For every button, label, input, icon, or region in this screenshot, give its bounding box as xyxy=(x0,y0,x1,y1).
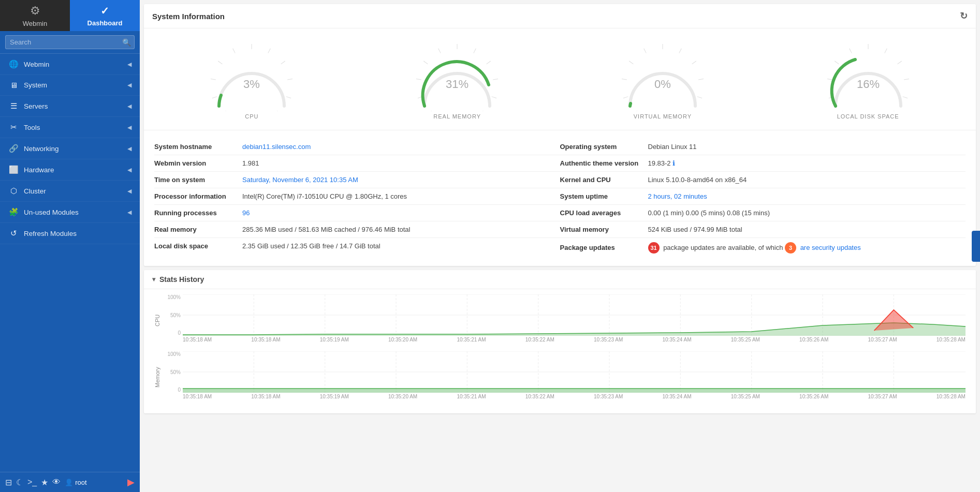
chevron-left-icon: ◀ xyxy=(127,82,131,88)
processes-label: Running processes xyxy=(154,209,237,217)
refresh-button[interactable]: ↻ xyxy=(960,10,968,22)
search-input[interactable] xyxy=(5,35,135,49)
mem-x-8: 10:35:25 AM xyxy=(731,394,760,399)
chevron-left-icon: ◀ xyxy=(127,103,131,110)
time-link[interactable]: Saturday, November 6, 2021 10:35 AM xyxy=(242,176,358,184)
webmin-label: Webmin xyxy=(23,20,47,27)
real-memory-label: Real memory xyxy=(154,226,237,233)
time-row: Time on system Saturday, November 6, 202… xyxy=(154,172,560,188)
svg-line-20 xyxy=(493,79,498,80)
sidebar-item-hardware[interactable]: ⬜ Hardware ◀ xyxy=(0,159,140,181)
sidebar-item-cluster-label: Cluster xyxy=(24,187,46,195)
mem-x-2: 10:35:19 AM xyxy=(320,394,349,399)
sidebar-item-system[interactable]: 🖥 System ◀ xyxy=(0,75,140,96)
kernel-value: Linux 5.10.0-8-amd64 on x86_64 xyxy=(648,176,747,184)
virtual-memory-gauge-label: VIRTUAL MEMORY xyxy=(634,113,692,120)
svg-line-39 xyxy=(835,61,839,64)
svg-line-34 xyxy=(688,111,692,111)
chevron-left-icon: ◀ xyxy=(127,167,131,173)
svg-line-31 xyxy=(692,61,696,64)
svg-line-44 xyxy=(904,79,909,80)
svg-line-46 xyxy=(894,111,897,111)
load-value: 0.00 (1 min) 0.00 (5 mins) 0.08 (15 mins… xyxy=(648,209,770,217)
cpu-x-3: 10:35:20 AM xyxy=(388,337,417,342)
terminal-icon[interactable]: >_ xyxy=(27,478,37,487)
uptime-link[interactable]: 2 hours, 02 minutes xyxy=(648,192,707,200)
processes-value: 96 xyxy=(242,209,250,217)
info-col-right: Operating system Debian Linux 11 Authent… xyxy=(560,139,966,258)
virtual-memory-gauge: 0% VIRTUAL MEMORY xyxy=(572,39,753,120)
disk-space-value: 2.35 GiB used / 12.35 GiB free / 14.7 Gi… xyxy=(242,242,381,250)
memory-x-axis: 10:35:18 AM 10:35:18 AM 10:35:19 AM 10:3… xyxy=(165,394,966,399)
hostname-label: System hostname xyxy=(154,143,237,151)
cpu-y-0: 0 xyxy=(165,330,181,336)
cpu-x-6: 10:35:23 AM xyxy=(594,337,623,342)
sidebar-item-networking[interactable]: 🔗 Networking ◀ xyxy=(0,138,140,159)
chevron-left-icon: ◀ xyxy=(127,209,131,216)
stats-history-header[interactable]: ▾ Stats History xyxy=(144,270,976,289)
theme-row: Authentic theme version 19.83-2 ℹ xyxy=(560,155,966,172)
sidebar-item-webmin[interactable]: 🌐 Webmin ◀ xyxy=(0,54,140,75)
uptime-row: System uptime 2 hours, 02 minutes xyxy=(560,188,966,205)
kernel-label: Kernel and CPU xyxy=(560,176,643,184)
cpu-gauge-svg: 3% xyxy=(205,39,298,111)
info-col-left: System hostname debian11.silensec.com We… xyxy=(154,139,560,258)
eye-icon[interactable]: 👁 xyxy=(52,478,61,487)
refresh-icon: ↺ xyxy=(8,229,19,238)
dashboard-icon: ✓ xyxy=(100,5,109,17)
gauges-row: 3% CPU xyxy=(144,28,976,130)
system-info-title: System Information xyxy=(152,12,225,21)
system-info-card: System Information ↻ xyxy=(144,4,976,266)
processor-value: Intel(R) Core(TM) i7-10510U CPU @ 1.80GH… xyxy=(242,192,407,200)
webmin-version-value: 1.981 xyxy=(242,159,259,167)
cpu-x-4: 10:35:21 AM xyxy=(457,337,486,342)
favorites-icon[interactable]: ★ xyxy=(41,478,48,487)
chevron-left-icon: ◀ xyxy=(127,188,131,195)
memory-chart-ylabel: Memory xyxy=(154,351,165,403)
svg-text:0%: 0% xyxy=(654,78,671,91)
svg-marker-76 xyxy=(183,389,966,393)
sidebar-item-servers[interactable]: ☰ Servers ◀ xyxy=(0,96,140,117)
security-count-badge: 3 xyxy=(785,242,796,254)
chevron-left-icon: ◀ xyxy=(127,145,131,152)
toggle-icon[interactable]: ⊟ xyxy=(5,478,12,487)
svg-line-30 xyxy=(679,49,682,53)
sidebar-item-tools[interactable]: ✂ Tools ◀ xyxy=(0,117,140,138)
svg-line-9 xyxy=(286,97,291,98)
svg-text:31%: 31% xyxy=(446,78,469,91)
info-icon[interactable]: ℹ xyxy=(672,159,675,167)
logout-icon[interactable]: ▶ xyxy=(127,476,135,488)
svg-line-45 xyxy=(902,97,908,98)
mem-y-0: 0 xyxy=(165,387,181,393)
security-updates-link[interactable]: are security updates xyxy=(800,244,861,251)
processes-link[interactable]: 96 xyxy=(242,209,250,217)
sidebar-item-tools-label: Tools xyxy=(24,124,40,131)
night-mode-icon[interactable]: ☾ xyxy=(16,478,23,487)
side-tab[interactable] xyxy=(972,231,980,262)
sidebar-item-hardware-label: Hardware xyxy=(24,166,54,174)
os-label: Operating system xyxy=(560,143,643,151)
svg-line-12 xyxy=(428,111,432,111)
svg-line-2 xyxy=(211,79,216,80)
sidebar-item-refresh-modules[interactable]: ↺ Refresh Modules xyxy=(0,223,140,244)
sidebar-item-unused-modules[interactable]: 🧩 Un-used Modules ◀ xyxy=(0,202,140,223)
hostname-value[interactable]: debian11.silensec.com xyxy=(242,143,311,151)
svg-line-43 xyxy=(897,61,901,64)
uptime-value: 2 hours, 02 minutes xyxy=(648,192,707,200)
processor-label: Processor information xyxy=(154,192,237,200)
sidebar-header: ⚙ Webmin ✓ Dashboard xyxy=(0,0,140,31)
cpu-x-10: 10:35:27 AM xyxy=(868,337,897,342)
svg-line-26 xyxy=(622,79,627,80)
svg-line-21 xyxy=(492,97,497,98)
package-count-badge: 31 xyxy=(648,242,660,254)
virtual-memory-value: 524 KiB used / 974.99 MiB total xyxy=(648,226,742,233)
sidebar-item-cluster[interactable]: ⬡ Cluster ◀ xyxy=(0,181,140,202)
dashboard-nav[interactable]: ✓ Dashboard xyxy=(70,0,140,31)
webmin-logo[interactable]: ⚙ Webmin xyxy=(0,0,70,31)
mem-x-0: 10:35:18 AM xyxy=(183,394,212,399)
svg-line-19 xyxy=(487,61,491,64)
mem-x-3: 10:35:20 AM xyxy=(388,394,417,399)
hostname-link[interactable]: debian11.silensec.com xyxy=(242,143,311,151)
sidebar-item-refresh-modules-label: Refresh Modules xyxy=(24,230,77,237)
sidebar-item-webmin-label: Webmin xyxy=(24,61,49,68)
